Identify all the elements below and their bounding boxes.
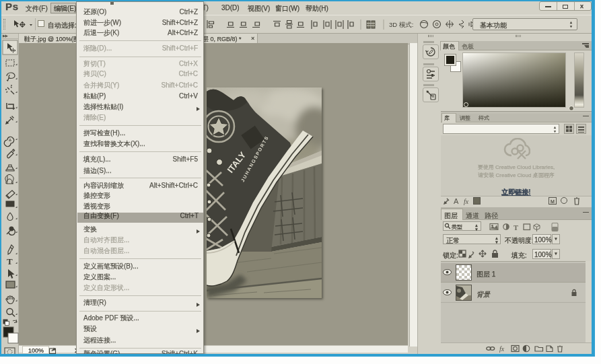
svg-text:fx: fx: [464, 198, 469, 205]
svg-text:T: T: [514, 224, 518, 231]
svg-text:T: T: [7, 256, 13, 266]
svg-text:3D 模式:: 3D 模式:: [389, 21, 413, 28]
svg-text:fx: fx: [499, 345, 505, 353]
svg-text:A: A: [454, 197, 459, 205]
